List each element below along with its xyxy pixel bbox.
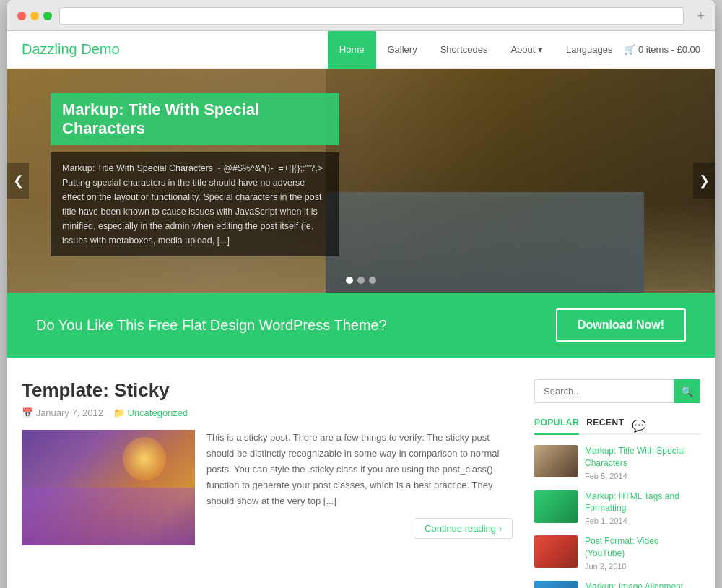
nav-item-languages[interactable]: Languages	[554, 31, 624, 69]
slider-dot-2[interactable]	[357, 277, 365, 284]
sidebar-post-title-1[interactable]: Markup: Title With Special Characters	[585, 445, 700, 470]
sidebar-post-title-3[interactable]: Post Format: Video (YouTube)	[585, 535, 700, 560]
sidebar-post-image-2	[534, 490, 578, 523]
hero-desc-box: Markup: Title With Special Characters ~!…	[51, 152, 339, 256]
article-meta: 📅 January 7, 2012 📁 Uncategorized	[22, 407, 513, 418]
slider-prev-button[interactable]: ❮	[7, 163, 29, 199]
nav-item-home[interactable]: Home	[328, 31, 376, 69]
sidebar-post-title-4[interactable]: Markup: Image Alignment	[585, 581, 683, 588]
main-content: Template: Sticky 📅 January 7, 2012 📁 Unc…	[7, 358, 715, 588]
address-bar[interactable]	[59, 7, 684, 25]
sidebar-post-image-3	[534, 535, 578, 568]
sidebar-post-image-1	[534, 445, 578, 477]
search-bar: 🔍	[534, 379, 700, 403]
sky-glow	[123, 437, 166, 480]
cta-bar: Do You Like This Free Flat Design WordPr…	[7, 293, 715, 358]
sidebar-post-date-2: Feb 1, 2014	[585, 516, 700, 525]
website: Dazzling Demo Home Gallery Shortcodes Ab…	[7, 31, 715, 588]
site-logo[interactable]: Dazzling Demo	[22, 41, 328, 58]
sidebar-post-date-3: Jun 2, 2010	[585, 562, 700, 571]
search-button[interactable]: 🔍	[674, 379, 700, 403]
sidebar-post-3: Post Format: Video (YouTube) Jun 2, 2010	[534, 535, 700, 571]
folder-icon: 📁	[113, 407, 125, 418]
slider-dot-3[interactable]	[369, 277, 376, 284]
sidebar-post-image-4	[534, 581, 578, 588]
slider-next-button[interactable]: ❯	[693, 163, 715, 199]
sidebar-post-1: Markup: Title With Special Characters Fe…	[534, 445, 700, 480]
nav-item-about[interactable]: About ▾	[499, 31, 554, 69]
meta-date: 📅 January 7, 2012	[22, 407, 103, 418]
calendar-icon: 📅	[22, 407, 33, 418]
article-image	[22, 430, 195, 545]
nav-cart[interactable]: 🛒 0 items - £0.00	[624, 44, 700, 55]
sidebar-post-info-2: Markup: HTML Tags and Formatting Feb 1, …	[585, 490, 700, 526]
sidebar-post-title-2[interactable]: Markup: HTML Tags and Formatting	[585, 490, 700, 515]
maximize-button[interactable]	[43, 12, 52, 20]
meta-category: 📁 Uncategorized	[113, 407, 188, 418]
sidebar-post-info-3: Post Format: Video (YouTube) Jun 2, 2010	[585, 535, 700, 571]
sidebar-post-info-4: Markup: Image Alignment Jan 10, 2013	[585, 581, 683, 588]
tab-recent[interactable]: RECENT	[586, 418, 624, 435]
article-paragraph: This is a sticky post. There are a few t…	[206, 430, 513, 509]
nav-item-gallery[interactable]: Gallery	[376, 31, 429, 69]
sidebar-post-date-1: Feb 5, 2014	[585, 472, 700, 480]
browser-window: + Dazzling Demo Home Gallery Shortcodes …	[7, 0, 715, 588]
comments-icon[interactable]: 💬	[632, 419, 646, 433]
slider-dot-1[interactable]	[346, 277, 353, 284]
cta-text: Do You Like This Free Flat Design WordPr…	[36, 317, 387, 334]
sidebar-tabs: POPULAR RECENT 💬	[534, 418, 700, 435]
traffic-lights	[17, 12, 52, 20]
article-body: This is a sticky post. There are a few t…	[22, 430, 513, 545]
article-title: Template: Sticky	[22, 379, 513, 402]
slider-dots	[346, 277, 376, 284]
hero-content: Markup: Title With Special Characters Ma…	[51, 93, 339, 256]
article-area: Template: Sticky 📅 January 7, 2012 📁 Unc…	[22, 379, 513, 588]
search-input[interactable]	[534, 379, 674, 403]
minimize-button[interactable]	[30, 12, 39, 20]
close-button[interactable]	[17, 12, 26, 20]
hero-description: Markup: Title With Special Characters ~!…	[62, 161, 328, 248]
tab-popular[interactable]: POPULAR	[534, 418, 579, 435]
download-now-button[interactable]: Download Now!	[556, 308, 686, 342]
navigation: Dazzling Demo Home Gallery Shortcodes Ab…	[7, 31, 715, 69]
sidebar: 🔍 POPULAR RECENT 💬 Markup: Title With Sp…	[534, 379, 700, 588]
sidebar-post-2: Markup: HTML Tags and Formatting Feb 1, …	[534, 490, 700, 526]
sidebar-post-info-1: Markup: Title With Special Characters Fe…	[585, 445, 700, 480]
hero-title: Markup: Title With Special Characters	[62, 100, 328, 138]
hero-title-box: Markup: Title With Special Characters	[51, 93, 339, 145]
sidebar-post-4: Markup: Image Alignment Jan 10, 2013	[534, 581, 700, 588]
nav-item-shortcodes[interactable]: Shortcodes	[429, 31, 500, 69]
article-text: This is a sticky post. There are a few t…	[206, 430, 513, 545]
continue-reading-link[interactable]: Continue reading ›	[414, 518, 513, 539]
new-tab-button[interactable]: +	[697, 9, 705, 24]
nav-menu: Home Gallery Shortcodes About ▾ Language…	[328, 31, 700, 69]
flower-field	[22, 488, 195, 545]
browser-chrome: +	[7, 0, 715, 31]
hero-slider: ❮ ❯ Markup: Title With Special Character…	[7, 69, 715, 293]
